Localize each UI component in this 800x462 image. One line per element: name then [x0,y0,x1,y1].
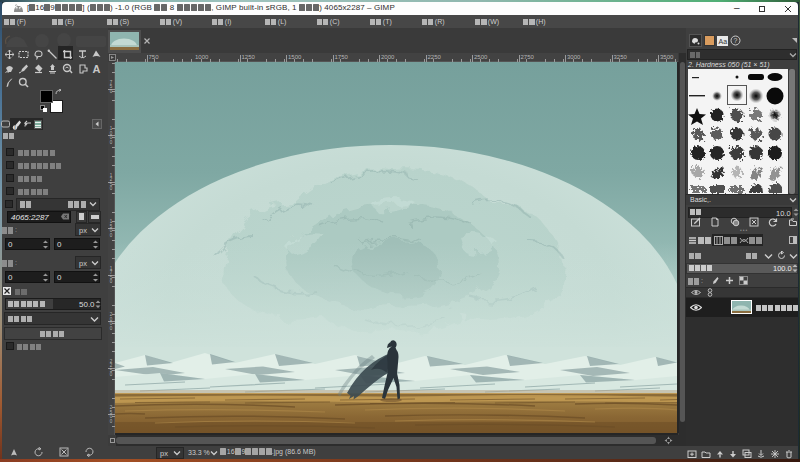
svg-text:i: i [15,125,16,130]
svg-text:?: ? [734,37,738,44]
svg-text:A: A [93,63,101,74]
